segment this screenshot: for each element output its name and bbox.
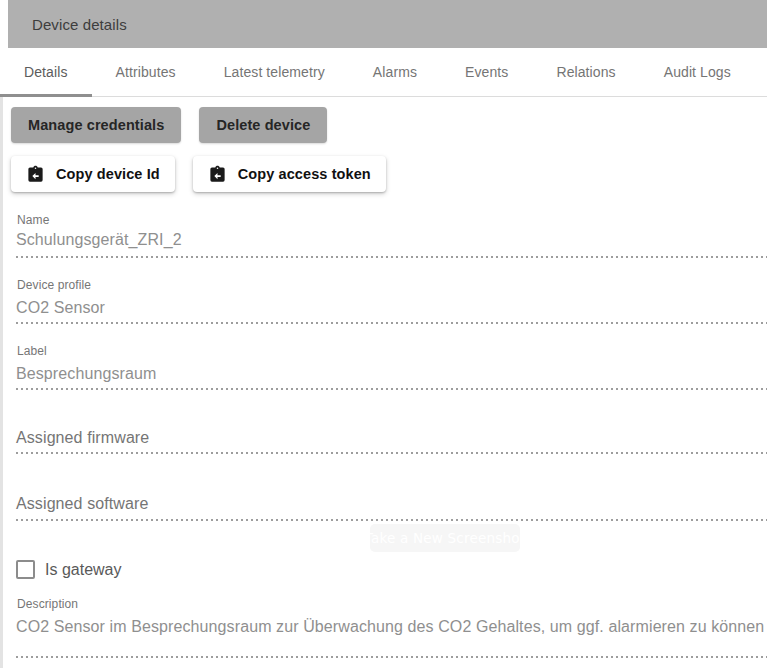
copy-access-token-label: Copy access token <box>238 166 371 182</box>
description-field-underline <box>16 656 767 658</box>
name-field-value[interactable]: Schulungsgerät_ZRI_2 <box>16 231 182 249</box>
is-gateway-checkbox[interactable] <box>16 560 35 579</box>
device-details-panel: Device details Details Attributes Latest… <box>0 0 767 668</box>
tab-alarms[interactable]: Alarms <box>349 48 441 96</box>
label-field-value[interactable]: Besprechungsraum <box>16 365 156 383</box>
label-field-label: Label <box>17 344 47 358</box>
is-gateway-checkbox-row[interactable]: Is gateway <box>16 560 121 579</box>
label-field-underline <box>16 388 767 390</box>
copy-actions-row: Copy device Id Copy access token <box>11 156 386 192</box>
is-gateway-label: Is gateway <box>45 561 121 579</box>
description-field-value[interactable]: CO2 Sensor im Besprechungsraum zur Überw… <box>16 618 764 636</box>
tab-events[interactable]: Events <box>441 48 532 96</box>
copy-device-id-button[interactable]: Copy device Id <box>11 156 175 192</box>
assigned-software-underline <box>16 519 767 521</box>
assigned-software-field[interactable]: Assigned software <box>16 495 148 513</box>
copy-device-id-label: Copy device Id <box>56 166 160 182</box>
page-title: Device details <box>32 16 127 33</box>
tab-details[interactable]: Details <box>0 48 92 96</box>
primary-actions-row: Manage credentials Delete device <box>11 107 327 143</box>
clipboard-arrow-left-icon <box>26 165 45 184</box>
name-field-label: Name <box>17 213 49 227</box>
device-profile-field-value[interactable]: CO2 Sensor <box>16 299 105 317</box>
assigned-firmware-underline <box>16 452 767 454</box>
name-field-underline <box>16 256 767 258</box>
device-profile-field-label: Device profile <box>17 278 91 292</box>
tab-relations[interactable]: Relations <box>532 48 639 96</box>
device-profile-field-underline <box>16 322 767 324</box>
description-field-label: Description <box>17 597 78 611</box>
tab-bar: Details Attributes Latest telemetry Alar… <box>0 48 767 97</box>
tab-attributes[interactable]: Attributes <box>92 48 200 96</box>
clipboard-arrow-left-icon <box>208 165 227 184</box>
page-edge-strip <box>0 97 3 668</box>
tab-latest-telemetry[interactable]: Latest telemetry <box>200 48 349 96</box>
take-new-screenshot-button[interactable]: Take a New Screenshot <box>370 524 520 552</box>
delete-device-button[interactable]: Delete device <box>199 107 327 143</box>
manage-credentials-button[interactable]: Manage credentials <box>11 107 181 143</box>
drawer-header: Device details <box>8 0 767 48</box>
tab-audit-logs[interactable]: Audit Logs <box>640 48 755 96</box>
copy-access-token-button[interactable]: Copy access token <box>193 156 386 192</box>
assigned-firmware-field[interactable]: Assigned firmware <box>16 429 149 447</box>
